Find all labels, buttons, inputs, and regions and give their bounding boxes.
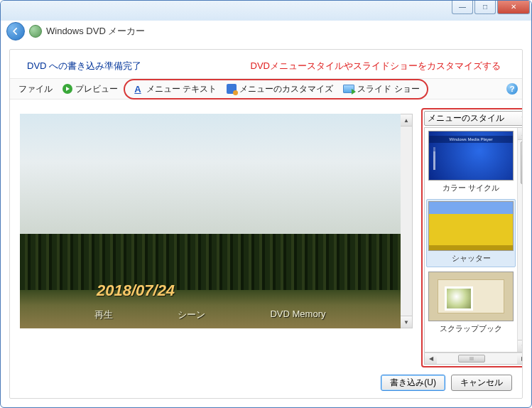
app-icon <box>29 25 42 38</box>
help-button[interactable]: ? <box>506 83 518 95</box>
annotation-text: DVDメニュースタイルやスライドショーをカスタマイズする <box>251 60 501 73</box>
preview-wrap: 2018/07/24 再生 シーン DVD Memory <box>20 108 401 367</box>
highlight-box: A メニュー テキスト メニューのカスタマイズ スライド ショー <box>124 79 428 100</box>
preview-label: プレビュー <box>75 83 118 95</box>
preview-vscrollbar[interactable]: ▲ ▼ <box>401 114 413 328</box>
style-item-color-cycle[interactable]: Windows Media Player カラー サイクル <box>426 129 516 196</box>
customize-icon <box>227 84 237 94</box>
content: DVD への書き込み準備完了 DVDメニュースタイルやスライドショーをカスタマイ… <box>1 42 531 407</box>
main-panel: DVD への書き込み準備完了 DVDメニュースタイルやスライドショーをカスタマイ… <box>9 49 523 399</box>
scroll-down-icon[interactable]: ▼ <box>401 316 412 328</box>
minimize-button[interactable]: ― <box>452 0 473 14</box>
cancel-button[interactable]: キャンセル <box>451 375 512 391</box>
scroll-track[interactable] <box>401 127 412 316</box>
titlebar: ― □ ✕ <box>1 1 531 21</box>
style-vscrollbar[interactable]: ▲ ▼ <box>517 128 523 352</box>
maximize-button[interactable]: □ <box>474 0 496 14</box>
style-list: Windows Media Player カラー サイクル シャッター スクラッ… <box>424 127 523 353</box>
slideshow-label: スライド ショー <box>357 83 419 95</box>
style-panel: メニューのスタイル ▼ Windows Media Player カラー サイク… <box>421 108 523 367</box>
preview-menu-scene: シーン <box>178 308 205 321</box>
slideshow-button[interactable]: スライド ショー <box>339 81 423 97</box>
scroll-thumb[interactable]: III <box>458 355 485 363</box>
preview-menu-play: 再生 <box>94 308 113 321</box>
customize-label: メニューのカスタマイズ <box>239 83 333 95</box>
menu-text-button[interactable]: A メニュー テキスト <box>128 81 221 97</box>
style-dropdown[interactable]: メニューのスタイル ▼ <box>424 111 523 126</box>
menu-text-label: メニュー テキスト <box>146 83 217 95</box>
slideshow-icon <box>343 85 354 93</box>
text-a-icon: A <box>132 84 143 94</box>
preview-button[interactable]: プレビュー <box>58 81 122 97</box>
preview-date: 2018/07/24 <box>97 281 175 300</box>
back-arrow-icon <box>11 26 21 36</box>
style-dropdown-label: メニューのスタイル <box>428 112 504 124</box>
preview-trees <box>20 234 401 290</box>
scroll-right-icon[interactable]: ▶ <box>517 353 523 364</box>
stage-text: DVD への書き込み準備完了 <box>27 60 141 73</box>
thumb-scrapbook <box>428 272 514 321</box>
file-menu[interactable]: ファイル <box>14 81 57 97</box>
footer: 書き込み(U) キャンセル <box>10 367 522 392</box>
header: Windows DVD メーカー <box>1 21 531 42</box>
chevron-down-icon: ▼ <box>521 115 523 122</box>
preview-menu: 再生 シーン DVD Memory <box>20 308 401 321</box>
customize-menu-button[interactable]: メニューのカスタマイズ <box>222 81 337 97</box>
burn-button[interactable]: 書き込み(U) <box>381 375 445 391</box>
scroll-track[interactable] <box>518 140 523 340</box>
style-items: Windows Media Player カラー サイクル シャッター スクラッ… <box>425 128 517 352</box>
scroll-down-icon[interactable]: ▼ <box>518 340 523 352</box>
preview-sky <box>20 114 401 234</box>
close-button[interactable]: ✕ <box>497 0 530 14</box>
scroll-track[interactable]: III <box>437 355 517 363</box>
scroll-thumb[interactable] <box>521 141 523 184</box>
scroll-left-icon[interactable]: ◀ <box>425 353 437 364</box>
thumb-wm-text: Windows Media Player <box>429 136 513 143</box>
work-area: 2018/07/24 再生 シーン DVD Memory ▲ ▼ <box>10 100 522 367</box>
style-hscrollbar[interactable]: ◀ III ▶ <box>424 353 523 365</box>
titlebar-buttons: ― □ ✕ <box>452 0 530 14</box>
window: ― □ ✕ Windows DVD メーカー DVD への書き込み準備完了 DV… <box>0 0 532 408</box>
stage-row: DVD への書き込み準備完了 DVDメニュースタイルやスライドショーをカスタマイ… <box>10 50 522 78</box>
scroll-up-icon[interactable]: ▲ <box>401 114 412 127</box>
preview-column: 2018/07/24 再生 シーン DVD Memory ▲ ▼ <box>20 108 413 367</box>
thumb-shutter <box>428 201 514 251</box>
app-title: Windows DVD メーカー <box>46 25 145 38</box>
thumb-color-cycle: Windows Media Player <box>428 131 514 181</box>
preview-menu-title: DVD Memory <box>270 308 325 321</box>
file-label: ファイル <box>18 83 53 95</box>
style-item-scrapbook[interactable]: スクラップブック <box>426 270 516 337</box>
toolbar: ファイル プレビュー A メニュー テキスト メニューのカスタマイズ <box>10 78 522 100</box>
style-label: シャッター <box>428 253 514 264</box>
back-button[interactable] <box>6 22 25 41</box>
scroll-up-icon[interactable]: ▲ <box>518 128 523 140</box>
style-label: スクラップブック <box>428 323 514 334</box>
dvd-preview[interactable]: 2018/07/24 再生 シーン DVD Memory <box>20 114 401 328</box>
play-icon <box>63 84 72 94</box>
style-label: カラー サイクル <box>428 183 514 193</box>
style-item-shutter[interactable]: シャッター <box>426 199 516 267</box>
